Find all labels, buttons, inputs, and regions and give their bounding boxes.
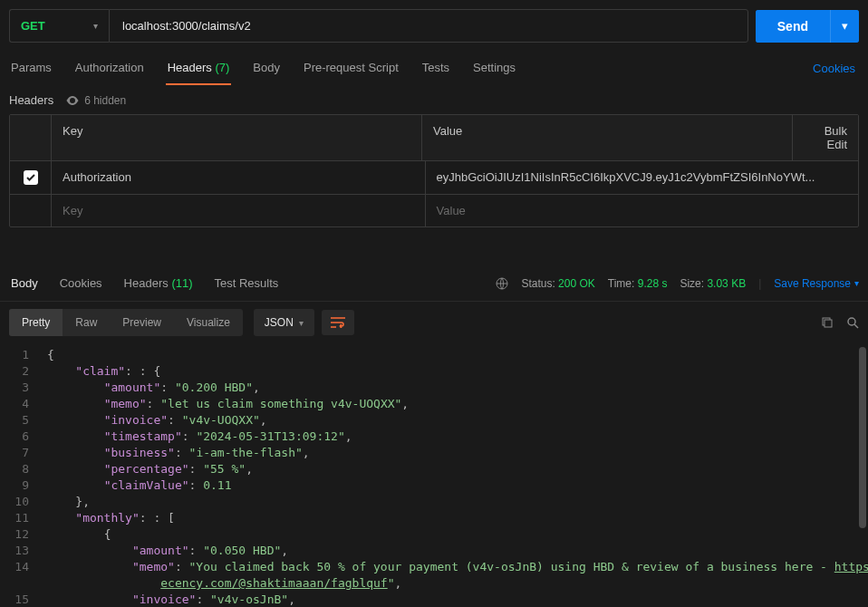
code-area[interactable]: 1234567891011121314151617 { "claim": : {… xyxy=(0,343,868,607)
rtab-testresults[interactable]: Test Results xyxy=(213,265,281,301)
header-key-col: Key xyxy=(52,115,422,160)
size-value: 3.03 KB xyxy=(707,277,746,290)
tab-params[interactable]: Params xyxy=(9,52,53,85)
tab-headers[interactable]: Headers (7) xyxy=(166,52,232,85)
tab-headers-label: Headers xyxy=(168,61,212,74)
table-row: Authorization eyJhbGciOiJIUzI1NiIsInR5cC… xyxy=(10,161,858,195)
headers-title-row: Headers 6 hidden xyxy=(9,93,859,107)
header-check-col xyxy=(10,115,52,160)
header-value-col: Value xyxy=(422,115,793,160)
headers-section: Headers 6 hidden Key Value Bulk Edit Aut… xyxy=(0,86,868,235)
chevron-down-icon: ▾ xyxy=(854,278,859,288)
chevron-down-icon: ▾ xyxy=(93,21,98,31)
row-key[interactable]: Authorization xyxy=(52,161,426,194)
chevron-down-icon: ▾ xyxy=(299,318,304,328)
row-value-placeholder[interactable]: Value xyxy=(426,195,858,226)
wrap-icon xyxy=(331,317,345,328)
save-response-button[interactable]: Save Response ▾ xyxy=(774,277,859,290)
code-gutter: 1234567891011121314151617 xyxy=(0,343,38,607)
view-tabs: Pretty Raw Preview Visualize xyxy=(9,309,243,336)
request-tabs-row: Params Authorization Headers (7) Body Pr… xyxy=(0,52,868,86)
checkbox-icon xyxy=(24,170,38,185)
vtab-raw[interactable]: Raw xyxy=(63,309,110,336)
bulk-edit-link[interactable]: Bulk Edit xyxy=(793,115,858,160)
vtab-preview[interactable]: Preview xyxy=(110,309,174,336)
rtab-headers-label: Headers xyxy=(124,276,169,290)
time-group: Time: 9.28 s xyxy=(608,277,668,290)
hidden-count-label: 6 hidden xyxy=(84,94,126,107)
rtab-body[interactable]: Body xyxy=(9,265,40,301)
rtab-cookies[interactable]: Cookies xyxy=(58,265,104,301)
code-toolbar-icons xyxy=(821,316,859,329)
format-select[interactable]: JSON ▾ xyxy=(254,309,314,336)
tab-authorization[interactable]: Authorization xyxy=(73,52,146,85)
search-icon[interactable] xyxy=(846,316,859,329)
rtab-headers[interactable]: Headers (11) xyxy=(122,265,195,301)
scrollbar-thumb[interactable] xyxy=(859,347,866,528)
vtab-pretty[interactable]: Pretty xyxy=(9,309,63,336)
vtab-visualize[interactable]: Visualize xyxy=(174,309,243,336)
svg-rect-2 xyxy=(825,320,832,327)
row-key-placeholder[interactable]: Key xyxy=(52,195,426,226)
tab-settings[interactable]: Settings xyxy=(471,52,517,85)
status-group: Status: 200 OK xyxy=(521,277,594,290)
size-label: Size: xyxy=(680,277,704,290)
status-value: 200 OK xyxy=(558,277,595,290)
send-button-group: Send ▾ xyxy=(756,10,859,43)
response-tabs: Body Cookies Headers (11) Test Results xyxy=(9,265,280,301)
headers-table-header: Key Value Bulk Edit xyxy=(10,115,858,161)
eye-icon xyxy=(66,96,79,105)
request-bar: GET ▾ Send ▾ xyxy=(0,0,868,52)
response-tabs-row: Body Cookies Headers (11) Test Results S… xyxy=(0,265,868,302)
view-tabs-row: Pretty Raw Preview Visualize JSON ▾ xyxy=(0,302,868,343)
format-label: JSON xyxy=(265,316,294,329)
divider xyxy=(0,235,868,265)
row-checkbox-cell-empty[interactable] xyxy=(10,195,52,226)
method-label: GET xyxy=(21,19,45,33)
table-row-empty: Key Value xyxy=(10,195,858,226)
hidden-headers-toggle[interactable]: 6 hidden xyxy=(66,94,126,107)
send-options-button[interactable]: ▾ xyxy=(830,10,859,43)
send-button[interactable]: Send xyxy=(756,10,830,43)
rtab-headers-count: (11) xyxy=(171,276,192,290)
row-value[interactable]: eyJhbGciOiJIUzI1NiIsInR5cCI6IkpXVCJ9.eyJ… xyxy=(426,161,858,194)
row-checkbox-cell[interactable] xyxy=(10,161,52,194)
headers-title: Headers xyxy=(9,93,53,107)
svg-point-3 xyxy=(848,318,855,325)
method-select[interactable]: GET ▾ xyxy=(9,9,109,43)
size-group: Size: 3.03 KB xyxy=(680,277,746,290)
tab-headers-count: (7) xyxy=(215,61,229,74)
chevron-down-icon: ▾ xyxy=(842,19,848,33)
status-label: Status: xyxy=(521,277,555,290)
url-input[interactable] xyxy=(109,9,748,43)
copy-icon[interactable] xyxy=(821,316,834,329)
request-tabs: Params Authorization Headers (7) Body Pr… xyxy=(9,52,517,85)
tab-tests[interactable]: Tests xyxy=(420,52,451,85)
save-response-label: Save Response xyxy=(774,277,851,290)
wrap-lines-button[interactable] xyxy=(322,310,354,335)
globe-icon[interactable] xyxy=(496,277,508,290)
cookies-link[interactable]: Cookies xyxy=(809,53,859,84)
time-label: Time: xyxy=(608,277,635,290)
tab-body[interactable]: Body xyxy=(251,52,282,85)
time-value: 9.28 s xyxy=(638,277,668,290)
tab-prerequest[interactable]: Pre-request Script xyxy=(302,52,400,85)
code-content[interactable]: { "claim": : { "amount": "0.200 HBD", "m… xyxy=(38,343,868,607)
headers-table: Key Value Bulk Edit Authorization eyJhbG… xyxy=(9,114,859,227)
response-meta: Status: 200 OK Time: 9.28 s Size: 3.03 K… xyxy=(496,277,859,290)
